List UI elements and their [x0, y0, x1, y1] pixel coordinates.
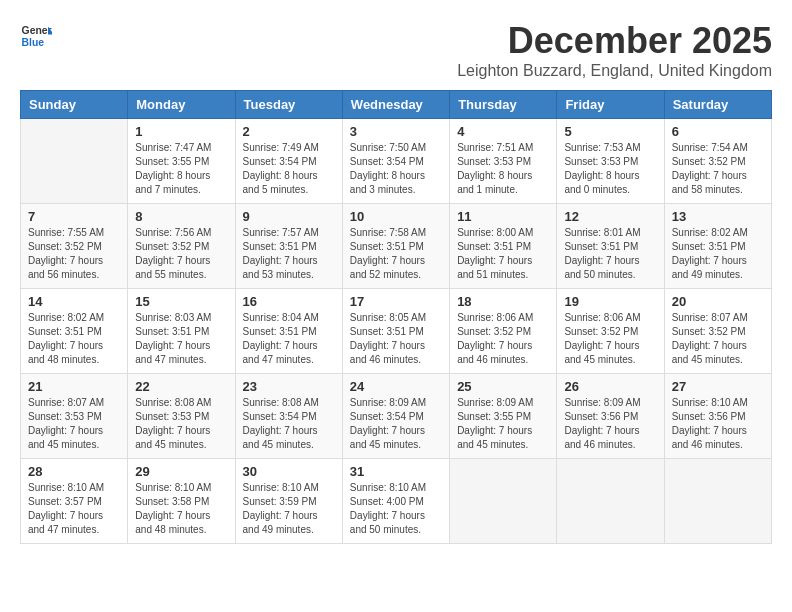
calendar-cell: 21Sunrise: 8:07 AM Sunset: 3:53 PM Dayli… — [21, 374, 128, 459]
day-info: Sunrise: 8:09 AM Sunset: 3:56 PM Dayligh… — [564, 396, 656, 452]
day-info: Sunrise: 8:07 AM Sunset: 3:52 PM Dayligh… — [672, 311, 764, 367]
day-number: 17 — [350, 294, 442, 309]
day-number: 6 — [672, 124, 764, 139]
day-info: Sunrise: 8:04 AM Sunset: 3:51 PM Dayligh… — [243, 311, 335, 367]
day-number: 5 — [564, 124, 656, 139]
month-title: December 2025 — [457, 20, 772, 62]
day-number: 16 — [243, 294, 335, 309]
calendar-cell: 18Sunrise: 8:06 AM Sunset: 3:52 PM Dayli… — [450, 289, 557, 374]
weekday-header-sunday: Sunday — [21, 91, 128, 119]
day-info: Sunrise: 8:00 AM Sunset: 3:51 PM Dayligh… — [457, 226, 549, 282]
day-info: Sunrise: 7:57 AM Sunset: 3:51 PM Dayligh… — [243, 226, 335, 282]
calendar-cell: 17Sunrise: 8:05 AM Sunset: 3:51 PM Dayli… — [342, 289, 449, 374]
day-info: Sunrise: 8:10 AM Sunset: 3:58 PM Dayligh… — [135, 481, 227, 537]
day-info: Sunrise: 7:51 AM Sunset: 3:53 PM Dayligh… — [457, 141, 549, 197]
calendar-cell — [664, 459, 771, 544]
calendar-cell: 8Sunrise: 7:56 AM Sunset: 3:52 PM Daylig… — [128, 204, 235, 289]
calendar-cell — [450, 459, 557, 544]
day-info: Sunrise: 7:54 AM Sunset: 3:52 PM Dayligh… — [672, 141, 764, 197]
calendar-cell — [21, 119, 128, 204]
day-info: Sunrise: 8:03 AM Sunset: 3:51 PM Dayligh… — [135, 311, 227, 367]
day-number: 9 — [243, 209, 335, 224]
calendar-cell: 12Sunrise: 8:01 AM Sunset: 3:51 PM Dayli… — [557, 204, 664, 289]
day-info: Sunrise: 8:10 AM Sunset: 4:00 PM Dayligh… — [350, 481, 442, 537]
calendar-cell: 2Sunrise: 7:49 AM Sunset: 3:54 PM Daylig… — [235, 119, 342, 204]
day-info: Sunrise: 8:08 AM Sunset: 3:54 PM Dayligh… — [243, 396, 335, 452]
calendar-cell: 29Sunrise: 8:10 AM Sunset: 3:58 PM Dayli… — [128, 459, 235, 544]
day-info: Sunrise: 8:10 AM Sunset: 3:59 PM Dayligh… — [243, 481, 335, 537]
day-number: 18 — [457, 294, 549, 309]
weekday-header-friday: Friday — [557, 91, 664, 119]
day-number: 15 — [135, 294, 227, 309]
weekday-header-thursday: Thursday — [450, 91, 557, 119]
day-number: 24 — [350, 379, 442, 394]
calendar-cell: 7Sunrise: 7:55 AM Sunset: 3:52 PM Daylig… — [21, 204, 128, 289]
day-number: 10 — [350, 209, 442, 224]
day-number: 28 — [28, 464, 120, 479]
day-info: Sunrise: 8:02 AM Sunset: 3:51 PM Dayligh… — [28, 311, 120, 367]
calendar-cell: 31Sunrise: 8:10 AM Sunset: 4:00 PM Dayli… — [342, 459, 449, 544]
page-header: General Blue December 2025 Leighton Buzz… — [20, 20, 772, 80]
day-info: Sunrise: 8:10 AM Sunset: 3:57 PM Dayligh… — [28, 481, 120, 537]
day-number: 13 — [672, 209, 764, 224]
day-number: 14 — [28, 294, 120, 309]
calendar-cell: 13Sunrise: 8:02 AM Sunset: 3:51 PM Dayli… — [664, 204, 771, 289]
calendar-cell: 6Sunrise: 7:54 AM Sunset: 3:52 PM Daylig… — [664, 119, 771, 204]
svg-text:Blue: Blue — [22, 37, 45, 48]
week-row-5: 28Sunrise: 8:10 AM Sunset: 3:57 PM Dayli… — [21, 459, 772, 544]
calendar-cell: 10Sunrise: 7:58 AM Sunset: 3:51 PM Dayli… — [342, 204, 449, 289]
day-info: Sunrise: 8:09 AM Sunset: 3:55 PM Dayligh… — [457, 396, 549, 452]
calendar-cell: 5Sunrise: 7:53 AM Sunset: 3:53 PM Daylig… — [557, 119, 664, 204]
day-info: Sunrise: 8:02 AM Sunset: 3:51 PM Dayligh… — [672, 226, 764, 282]
day-number: 4 — [457, 124, 549, 139]
day-number: 26 — [564, 379, 656, 394]
day-number: 23 — [243, 379, 335, 394]
day-number: 20 — [672, 294, 764, 309]
day-info: Sunrise: 8:08 AM Sunset: 3:53 PM Dayligh… — [135, 396, 227, 452]
day-number: 22 — [135, 379, 227, 394]
day-number: 30 — [243, 464, 335, 479]
day-number: 11 — [457, 209, 549, 224]
weekday-header-tuesday: Tuesday — [235, 91, 342, 119]
calendar-cell: 11Sunrise: 8:00 AM Sunset: 3:51 PM Dayli… — [450, 204, 557, 289]
weekday-header-wednesday: Wednesday — [342, 91, 449, 119]
day-info: Sunrise: 7:58 AM Sunset: 3:51 PM Dayligh… — [350, 226, 442, 282]
calendar-cell: 25Sunrise: 8:09 AM Sunset: 3:55 PM Dayli… — [450, 374, 557, 459]
day-info: Sunrise: 8:06 AM Sunset: 3:52 PM Dayligh… — [564, 311, 656, 367]
calendar-cell: 30Sunrise: 8:10 AM Sunset: 3:59 PM Dayli… — [235, 459, 342, 544]
day-number: 19 — [564, 294, 656, 309]
calendar-cell: 1Sunrise: 7:47 AM Sunset: 3:55 PM Daylig… — [128, 119, 235, 204]
day-info: Sunrise: 8:09 AM Sunset: 3:54 PM Dayligh… — [350, 396, 442, 452]
day-info: Sunrise: 7:56 AM Sunset: 3:52 PM Dayligh… — [135, 226, 227, 282]
calendar-cell: 14Sunrise: 8:02 AM Sunset: 3:51 PM Dayli… — [21, 289, 128, 374]
day-number: 12 — [564, 209, 656, 224]
calendar-cell: 15Sunrise: 8:03 AM Sunset: 3:51 PM Dayli… — [128, 289, 235, 374]
calendar-cell: 24Sunrise: 8:09 AM Sunset: 3:54 PM Dayli… — [342, 374, 449, 459]
location-title: Leighton Buzzard, England, United Kingdo… — [457, 62, 772, 80]
logo: General Blue — [20, 20, 52, 52]
day-info: Sunrise: 8:05 AM Sunset: 3:51 PM Dayligh… — [350, 311, 442, 367]
calendar-cell: 16Sunrise: 8:04 AM Sunset: 3:51 PM Dayli… — [235, 289, 342, 374]
weekday-header-monday: Monday — [128, 91, 235, 119]
calendar-cell: 28Sunrise: 8:10 AM Sunset: 3:57 PM Dayli… — [21, 459, 128, 544]
day-number: 27 — [672, 379, 764, 394]
day-number: 21 — [28, 379, 120, 394]
calendar-cell: 20Sunrise: 8:07 AM Sunset: 3:52 PM Dayli… — [664, 289, 771, 374]
day-number: 25 — [457, 379, 549, 394]
day-info: Sunrise: 7:50 AM Sunset: 3:54 PM Dayligh… — [350, 141, 442, 197]
day-info: Sunrise: 8:10 AM Sunset: 3:56 PM Dayligh… — [672, 396, 764, 452]
calendar-cell: 26Sunrise: 8:09 AM Sunset: 3:56 PM Dayli… — [557, 374, 664, 459]
day-info: Sunrise: 8:06 AM Sunset: 3:52 PM Dayligh… — [457, 311, 549, 367]
day-number: 31 — [350, 464, 442, 479]
week-row-4: 21Sunrise: 8:07 AM Sunset: 3:53 PM Dayli… — [21, 374, 772, 459]
day-info: Sunrise: 7:49 AM Sunset: 3:54 PM Dayligh… — [243, 141, 335, 197]
weekday-header-row: SundayMondayTuesdayWednesdayThursdayFrid… — [21, 91, 772, 119]
calendar-cell: 19Sunrise: 8:06 AM Sunset: 3:52 PM Dayli… — [557, 289, 664, 374]
calendar-cell: 9Sunrise: 7:57 AM Sunset: 3:51 PM Daylig… — [235, 204, 342, 289]
day-number: 8 — [135, 209, 227, 224]
calendar-cell: 22Sunrise: 8:08 AM Sunset: 3:53 PM Dayli… — [128, 374, 235, 459]
day-info: Sunrise: 7:47 AM Sunset: 3:55 PM Dayligh… — [135, 141, 227, 197]
calendar-cell: 3Sunrise: 7:50 AM Sunset: 3:54 PM Daylig… — [342, 119, 449, 204]
week-row-3: 14Sunrise: 8:02 AM Sunset: 3:51 PM Dayli… — [21, 289, 772, 374]
title-section: December 2025 Leighton Buzzard, England,… — [457, 20, 772, 80]
